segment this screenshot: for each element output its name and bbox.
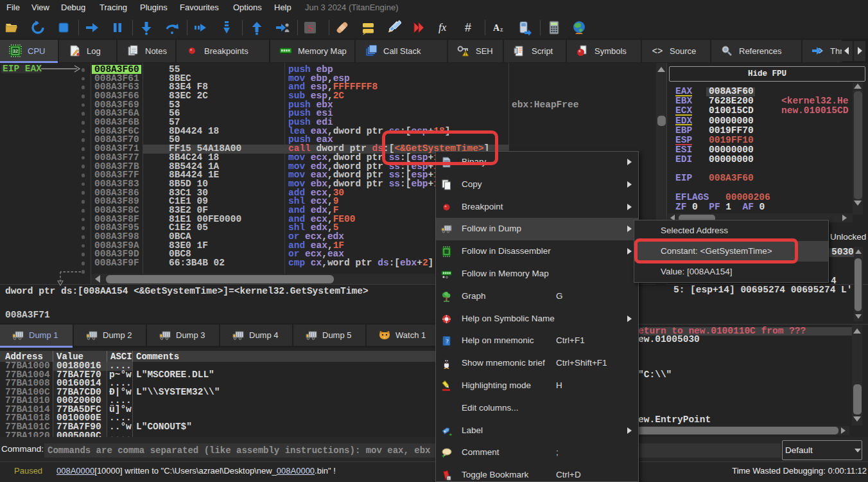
svg-text:!: ! [465,51,466,56]
svg-text:32: 32 [13,48,18,54]
svg-text:fx: fx [438,21,447,33]
svg-text:A: A [493,23,500,33]
svg-text:?: ? [446,338,449,344]
svg-text:+: + [442,453,445,459]
svg-text:S: S [308,23,313,33]
svg-text:z: z [500,26,503,33]
svg-text:<>: <> [652,46,663,57]
svg-text:n: n [448,476,450,480]
svg-text:#: # [465,21,471,34]
svg-text:+: + [449,431,453,436]
